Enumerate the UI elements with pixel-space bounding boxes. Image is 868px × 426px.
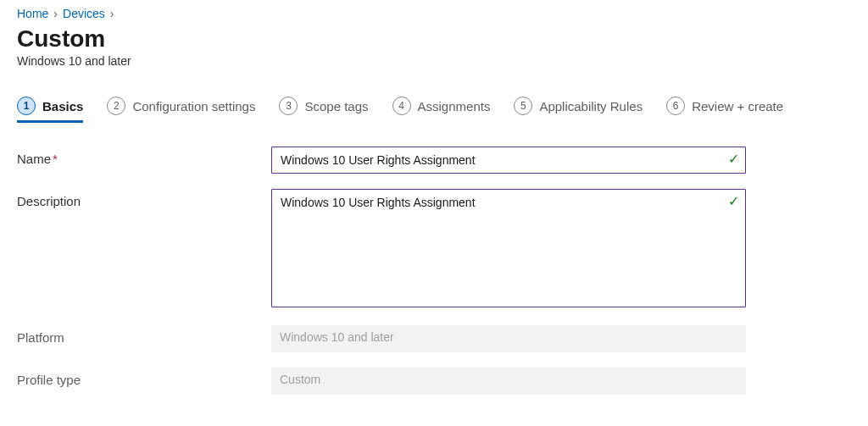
- breadcrumb: Home › Devices ›: [17, 7, 851, 20]
- step-number: 2: [107, 97, 125, 115]
- step-label: Applicability Rules: [539, 99, 643, 113]
- profile-type-value: Custom: [271, 368, 746, 395]
- chevron-right-icon: ›: [53, 7, 58, 20]
- page-subtitle: Windows 10 and later: [17, 54, 851, 68]
- wizard-steps: 1 Basics 2 Configuration settings 3 Scop…: [17, 97, 851, 123]
- step-label: Configuration settings: [132, 99, 255, 113]
- required-indicator: *: [53, 152, 58, 166]
- chevron-right-icon: ›: [110, 7, 114, 20]
- step-number: 5: [514, 97, 532, 115]
- breadcrumb-home[interactable]: Home: [17, 7, 48, 20]
- page-title: Custom: [17, 25, 851, 53]
- step-label: Assignments: [418, 99, 491, 113]
- step-number: 1: [17, 97, 36, 115]
- description-textarea[interactable]: [271, 189, 746, 307]
- basics-form: Name* ✓ Description ✓ Platform Windows 1…: [17, 147, 851, 395]
- name-label: Name*: [17, 147, 271, 166]
- step-label: Review + create: [692, 99, 783, 113]
- step-basics[interactable]: 1 Basics: [17, 97, 83, 122]
- platform-label: Platform: [17, 325, 271, 345]
- description-label: Description: [17, 189, 271, 208]
- step-label: Scope tags: [304, 99, 368, 113]
- step-label: Basics: [42, 99, 83, 113]
- step-review-create[interactable]: 6 Review + create: [666, 97, 783, 122]
- name-input[interactable]: [271, 147, 746, 174]
- step-assignments[interactable]: 4 Assignments: [392, 97, 491, 122]
- breadcrumb-devices[interactable]: Devices: [63, 7, 105, 20]
- step-configuration-settings[interactable]: 2 Configuration settings: [107, 97, 255, 122]
- profile-type-label: Profile type: [17, 368, 271, 387]
- step-number: 4: [392, 97, 411, 115]
- step-scope-tags[interactable]: 3 Scope tags: [279, 97, 368, 122]
- platform-value: Windows 10 and later: [271, 325, 746, 352]
- step-number: 3: [279, 97, 298, 115]
- step-number: 6: [666, 97, 685, 115]
- step-applicability-rules[interactable]: 5 Applicability Rules: [514, 97, 643, 122]
